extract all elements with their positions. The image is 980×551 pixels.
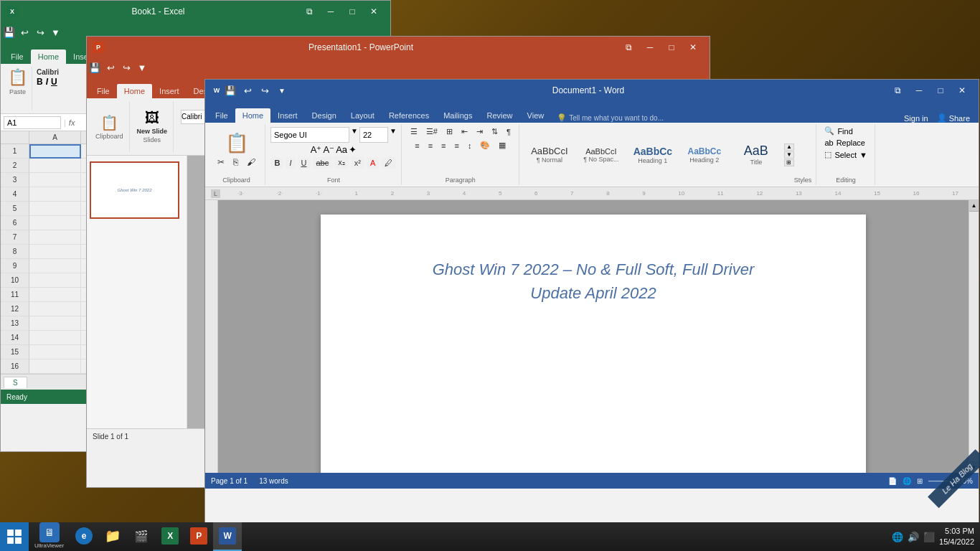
excel-cell[interactable]: [29, 187, 81, 202]
word-style-h1-btn[interactable]: AaBbCc Heading 1: [628, 134, 678, 176]
word-tab-file[interactable]: File: [208, 108, 235, 123]
word-style-nospacing-btn[interactable]: AaBbCcI ¶ No Spac...: [576, 134, 626, 176]
word-redo-btn[interactable]: ↪: [257, 83, 273, 98]
ppt-close-btn[interactable]: ✕: [682, 37, 704, 58]
word-style-scroll-down[interactable]: ▼: [784, 151, 794, 159]
excel-italic-btn[interactable]: I: [46, 77, 48, 87]
ppt-undo-btn[interactable]: ↩: [103, 60, 118, 75]
start-button[interactable]: [0, 522, 29, 551]
word-style-title-btn[interactable]: AaB Title: [731, 134, 781, 176]
word-italic-btn[interactable]: I: [286, 157, 295, 169]
excel-cell[interactable]: [29, 245, 81, 259]
excel-minimize-btn[interactable]: ─: [320, 1, 341, 22]
excel-restore-btn[interactable]: ⧉: [298, 1, 320, 22]
excel-cell[interactable]: [29, 202, 81, 216]
word-style-scroll-up[interactable]: ▲: [784, 143, 794, 151]
taskbar-word-app[interactable]: W: [213, 522, 242, 551]
word-focus-icon[interactable]: ⊞: [917, 477, 923, 485]
ppt-restore-btn[interactable]: ⧉: [618, 37, 639, 58]
word-align-left-btn[interactable]: ≡: [411, 140, 423, 151]
word-superscript-btn[interactable]: x²: [351, 157, 364, 169]
taskbar-ie[interactable]: e: [70, 522, 98, 551]
word-tab-review[interactable]: Review: [480, 108, 520, 123]
excel-cell[interactable]: [29, 144, 81, 159]
word-subscript-btn[interactable]: x₂: [334, 156, 349, 169]
excel-cell[interactable]: [29, 173, 81, 187]
ppt-tab-file[interactable]: File: [90, 84, 117, 98]
word-select-btn[interactable]: ⬚ Select ▼: [821, 149, 870, 160]
word-justify-btn[interactable]: ≡: [451, 140, 463, 151]
word-fontsize-dropdown-icon[interactable]: ▼: [390, 127, 397, 143]
word-share-btn[interactable]: 👤 Share: [937, 113, 970, 123]
excel-cell[interactable]: [29, 259, 81, 273]
excel-cell[interactable]: [29, 288, 81, 302]
word-save-btn[interactable]: 💾: [222, 83, 238, 98]
word-bullets-btn[interactable]: ☰: [407, 126, 421, 138]
excel-cell[interactable]: [29, 316, 81, 331]
word-find-btn[interactable]: 🔍 Find: [821, 126, 870, 136]
word-strikethrough-btn[interactable]: abc: [313, 157, 333, 169]
ppt-maximize-btn[interactable]: □: [661, 37, 682, 58]
excel-underline-btn[interactable]: U: [51, 77, 57, 87]
word-minimize-btn[interactable]: ─: [908, 80, 930, 101]
word-underline-btn[interactable]: U: [298, 157, 311, 169]
excel-maximize-btn[interactable]: □: [341, 1, 363, 22]
word-qat-more[interactable]: ▼: [274, 83, 290, 98]
excel-save-btn[interactable]: 💾: [1, 24, 17, 40]
word-tab-mailings[interactable]: Mailings: [436, 108, 479, 123]
word-undo-btn[interactable]: ↩: [240, 83, 255, 98]
word-tab-design[interactable]: Design: [305, 108, 344, 123]
word-paste-icon[interactable]: 📋: [225, 132, 248, 154]
word-format-painter-icon[interactable]: 🖌: [243, 156, 259, 169]
word-textcolor-btn[interactable]: A: [367, 157, 379, 169]
excel-paste-icon[interactable]: 📋: [8, 68, 27, 87]
excel-cell[interactable]: [29, 273, 81, 288]
word-restore-btn[interactable]: ⧉: [887, 80, 908, 101]
excel-bold-btn[interactable]: B: [37, 77, 43, 87]
ppt-tab-home[interactable]: Home: [117, 84, 152, 98]
excel-cell[interactable]: [29, 359, 81, 374]
word-multilevel-btn[interactable]: ⊞: [443, 126, 456, 138]
word-numbered-btn[interactable]: ☰#: [423, 126, 441, 138]
word-indent-dec-btn[interactable]: ⇤: [458, 126, 471, 138]
ppt-save-btn[interactable]: 💾: [87, 60, 103, 75]
word-copy-icon[interactable]: ⎘: [230, 156, 242, 169]
ppt-minimize-btn[interactable]: ─: [639, 37, 661, 58]
ppt-paste-icon[interactable]: 📋: [100, 114, 118, 131]
word-align-center-btn[interactable]: ≡: [425, 140, 436, 151]
word-cut-icon[interactable]: ✂: [214, 156, 228, 169]
word-highlight-btn[interactable]: 🖊: [381, 157, 396, 169]
excel-qat-more[interactable]: ▼: [48, 27, 63, 38]
word-bold-btn[interactable]: B: [271, 157, 284, 169]
excel-cell[interactable]: [29, 230, 81, 245]
word-tab-references[interactable]: References: [382, 108, 436, 123]
word-tab-view[interactable]: View: [520, 108, 552, 123]
word-linespace-btn[interactable]: ↕: [464, 140, 476, 151]
word-shading-btn[interactable]: 🎨: [476, 139, 494, 151]
word-case-icon[interactable]: Aa: [336, 144, 347, 155]
word-close-btn[interactable]: ✕: [951, 80, 973, 101]
word-tell-me-text[interactable]: Tell me what you want to do...: [569, 114, 664, 122]
word-scroll-up-btn[interactable]: ▲: [969, 200, 979, 212]
word-scrollbar[interactable]: ▲ ▼: [969, 200, 979, 473]
excel-cell[interactable]: [29, 216, 81, 230]
word-font-dropdown-icon[interactable]: ▼: [351, 127, 358, 143]
word-clearformat-icon[interactable]: ✦: [349, 144, 357, 155]
excel-undo-btn[interactable]: ↩: [17, 24, 32, 40]
word-tab-layout[interactable]: Layout: [344, 108, 382, 123]
word-maximize-btn[interactable]: □: [930, 80, 951, 101]
taskbar-ultraviewer[interactable]: 🖥 UltraViewer: [29, 522, 70, 551]
word-replace-btn[interactable]: ab Replace: [821, 138, 870, 148]
word-style-scroll-more[interactable]: ⊞: [784, 159, 794, 166]
excel-cell[interactable]: [29, 159, 81, 173]
excel-cell[interactable]: [29, 331, 81, 345]
word-sort-btn[interactable]: ⇅: [488, 126, 501, 138]
word-style-normal-btn[interactable]: AaBbCcI ¶ Normal: [524, 134, 575, 176]
excel-sheet-tab-s[interactable]: S: [4, 377, 27, 388]
ppt-new-slide-label[interactable]: New Slide: [137, 128, 168, 135]
word-showmarks-btn[interactable]: ¶: [503, 126, 514, 138]
excel-cell[interactable]: [29, 302, 81, 316]
word-layout-icon[interactable]: 📄: [888, 477, 897, 485]
word-page-area[interactable]: Ghost Win 7 2022 – No & Full Soft, Full …: [218, 200, 969, 473]
excel-close-btn[interactable]: ✕: [363, 1, 385, 22]
